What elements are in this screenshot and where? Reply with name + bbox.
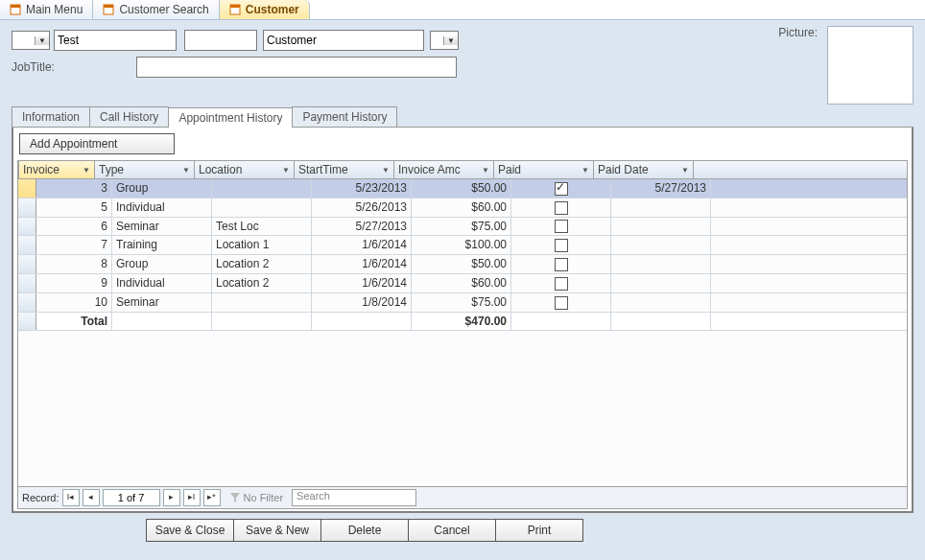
nav-last-button[interactable]: ▸I	[183, 489, 201, 506]
sub-tab[interactable]: Payment History	[292, 106, 397, 127]
cell-amount[interactable]: $60.00	[412, 198, 511, 217]
cell-type[interactable]: Seminar	[112, 218, 212, 236]
cell-paid[interactable]	[511, 218, 611, 236]
cell-location[interactable]: Test Loc	[212, 218, 312, 236]
cell-paid-date[interactable]	[611, 274, 711, 292]
col-start-time[interactable]: StartTime▼	[295, 161, 394, 178]
nav-next-button[interactable]: ▸	[163, 489, 180, 506]
cell-type[interactable]: Individual	[112, 198, 212, 217]
save-close-button[interactable]: Save & Close	[146, 519, 234, 542]
cell-paid-date[interactable]	[611, 293, 711, 312]
add-appointment-button[interactable]: Add Appointment	[19, 133, 175, 154]
cell-amount[interactable]: $100.00	[412, 236, 511, 254]
table-row[interactable]: 10Seminar1/8/2014$75.00	[18, 293, 907, 313]
col-paid[interactable]: Paid▼	[494, 161, 594, 178]
col-type[interactable]: Type▼	[95, 161, 195, 178]
cell-invoice[interactable]: 8	[36, 255, 112, 273]
row-selector[interactable]	[18, 179, 36, 198]
cell-paid[interactable]	[511, 179, 611, 198]
col-amount[interactable]: Invoice Amc▼	[394, 161, 494, 178]
cell-amount[interactable]: $50.00	[412, 255, 511, 273]
cell-start-time[interactable]: 1/6/2014	[312, 274, 412, 292]
checkbox-icon[interactable]	[555, 258, 568, 271]
suffix-combo[interactable]: ▼	[430, 31, 459, 50]
table-row[interactable]: 6SeminarTest Loc5/27/2013$75.00	[18, 218, 907, 237]
cell-invoice[interactable]: 3	[36, 179, 112, 198]
job-title-input[interactable]	[136, 57, 457, 78]
window-tab[interactable]: Customer	[220, 0, 310, 19]
row-selector[interactable]	[18, 218, 36, 236]
cell-start-time[interactable]: 1/6/2014	[312, 236, 412, 254]
cell-type[interactable]: Training	[112, 236, 212, 254]
cell-start-time[interactable]: 1/8/2014	[312, 293, 412, 312]
grid-search-input[interactable]: Search	[292, 489, 416, 506]
cell-type[interactable]: Seminar	[112, 293, 212, 312]
cell-start-time[interactable]: 5/27/2013	[312, 218, 412, 236]
window-tab[interactable]: Customer Search	[93, 0, 219, 19]
cell-start-time[interactable]: 1/6/2014	[312, 255, 412, 273]
cell-location[interactable]: Location 2	[212, 255, 312, 273]
row-selector[interactable]	[18, 255, 36, 273]
cell-paid-date[interactable]: 5/27/2013	[611, 179, 711, 198]
cell-location[interactable]	[212, 293, 312, 312]
sub-tab[interactable]: Appointment History	[168, 107, 293, 128]
col-invoice[interactable]: Invoice▼	[19, 161, 95, 178]
delete-button[interactable]: Delete	[320, 519, 409, 542]
cell-paid[interactable]	[511, 274, 611, 292]
table-row[interactable]: 7TrainingLocation 11/6/2014$100.00	[18, 236, 907, 255]
cell-start-time[interactable]: 5/26/2013	[312, 198, 412, 217]
nav-prev-button[interactable]: ◂	[83, 489, 100, 506]
checkbox-icon[interactable]	[555, 277, 568, 291]
cell-location[interactable]: Location 1	[212, 236, 312, 254]
checkbox-icon[interactable]	[555, 239, 568, 252]
sub-tab[interactable]: Information	[12, 106, 90, 127]
col-location[interactable]: Location▼	[195, 161, 295, 178]
cell-invoice[interactable]: 7	[36, 236, 112, 254]
nav-new-button[interactable]: ▸*	[203, 489, 221, 506]
row-selector[interactable]	[18, 236, 36, 254]
checkbox-icon[interactable]	[555, 201, 568, 215]
salutation-combo[interactable]: ▼	[12, 31, 50, 50]
print-button[interactable]: Print	[495, 519, 583, 542]
cell-invoice[interactable]: 5	[36, 198, 112, 217]
cell-paid[interactable]	[511, 236, 611, 254]
nav-first-button[interactable]: I◂	[62, 489, 80, 506]
cell-location[interactable]: Location 2	[212, 274, 312, 292]
cell-paid-date[interactable]	[611, 198, 711, 217]
middle-name-input[interactable]	[184, 30, 257, 51]
cell-invoice[interactable]: 9	[36, 274, 112, 292]
cell-type[interactable]: Individual	[112, 274, 212, 292]
cell-invoice[interactable]: 6	[36, 218, 112, 236]
cell-amount[interactable]: $60.00	[412, 274, 511, 292]
cell-paid[interactable]	[511, 198, 611, 217]
cancel-button[interactable]: Cancel	[408, 519, 496, 542]
checkbox-icon[interactable]	[555, 296, 568, 310]
checkbox-icon[interactable]	[555, 220, 568, 233]
table-row[interactable]: 3Group5/23/2013$50.005/27/2013	[18, 179, 907, 198]
table-row[interactable]: 8GroupLocation 21/6/2014$50.00	[18, 255, 907, 274]
cell-paid-date[interactable]	[611, 255, 711, 273]
first-name-input[interactable]	[54, 30, 177, 51]
sub-tab[interactable]: Call History	[89, 106, 169, 127]
picture-frame[interactable]	[827, 26, 913, 105]
row-selector[interactable]	[18, 293, 36, 312]
save-new-button[interactable]: Save & New	[233, 519, 321, 542]
cell-invoice[interactable]: 10	[36, 293, 112, 312]
table-row[interactable]: 9IndividualLocation 21/6/2014$60.00	[18, 274, 907, 293]
cell-start-time[interactable]: 5/23/2013	[312, 179, 412, 198]
cell-paid[interactable]	[511, 255, 611, 273]
cell-type[interactable]: Group	[112, 179, 212, 198]
cell-amount[interactable]: $75.00	[412, 293, 511, 312]
cell-amount[interactable]: $75.00	[412, 218, 511, 236]
cell-amount[interactable]: $50.00	[412, 179, 511, 198]
row-selector[interactable]	[18, 198, 36, 217]
row-selector[interactable]	[18, 274, 36, 292]
cell-paid-date[interactable]	[611, 218, 711, 236]
record-position-input[interactable]	[103, 489, 160, 506]
table-row[interactable]: 5Individual5/26/2013$60.00	[18, 198, 907, 218]
cell-type[interactable]: Group	[112, 255, 212, 273]
cell-location[interactable]	[212, 198, 312, 217]
col-paid-date[interactable]: Paid Date▼	[594, 161, 694, 178]
window-tab[interactable]: Main Menu	[0, 0, 93, 19]
cell-paid[interactable]	[511, 293, 611, 312]
